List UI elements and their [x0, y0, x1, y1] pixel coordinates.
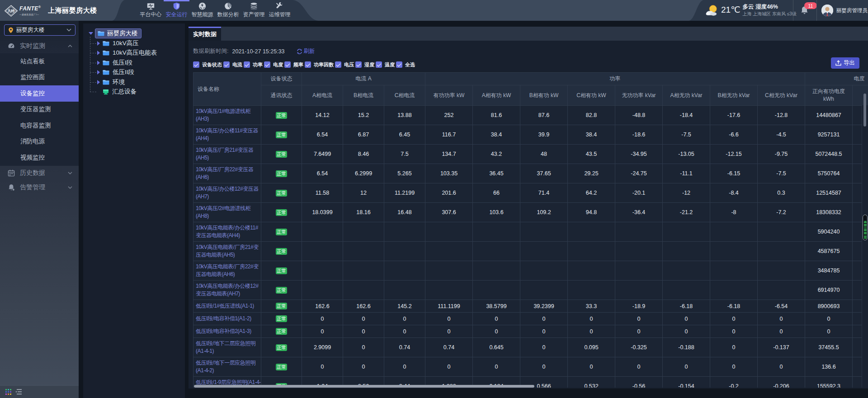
caret-right-icon[interactable] [97, 70, 100, 75]
sidebar-menu: 实时监测站点看板监控画面设备监控变压器监测电容器监测消防电源视频监控历史数据告警… [0, 39, 79, 195]
nav-item-资产管理[interactable]: 资产管理 [241, 0, 267, 21]
value-cell [663, 222, 710, 242]
caret-right-icon[interactable] [97, 61, 100, 65]
tree-node-低压II段[interactable]: 低压II段 [90, 68, 185, 78]
value-cell: 155592.3 [805, 377, 853, 388]
topbar-right: 21℃ 多云 湿度46% 上海 上海城区 东南风 ≤3级 11 [687, 0, 868, 21]
folder-icon [98, 31, 104, 36]
nav-item-智慧能源[interactable]: 智慧能源 [189, 0, 215, 21]
filter-checkbox-设备状态[interactable]: 设备状态 [193, 61, 222, 68]
sidebar-menu-历史数据[interactable]: 历史数据 [0, 166, 79, 180]
vertical-scrollbar-track [862, 105, 868, 388]
sidebar-item-设备监控[interactable]: 设备监控 [0, 85, 79, 102]
filter-label: 全选 [405, 61, 415, 68]
filter-checkbox-频率[interactable]: 频率 [284, 61, 303, 68]
device-name-cell: 低压I段/1#低压进线(A1-1) [193, 300, 261, 313]
device-name-link[interactable]: 10kV高压电能表/厂房22#变压器电能表(AH6) [196, 263, 259, 278]
device-name-link[interactable]: 10kV高压/办公楼11#变压器(AH4) [196, 127, 258, 142]
export-button[interactable]: 导出 [831, 57, 859, 69]
device-name-cell: 10kV高压电能表/办公楼11#变压器电能表(AH4) [193, 222, 261, 242]
tree-node-汇总设备[interactable]: 汇总设备 [90, 87, 185, 97]
value-cell: 18.0399 [302, 203, 343, 222]
value-cell: 0 [615, 325, 663, 338]
tree-root-selected[interactable]: 丽婴房大楼 [95, 28, 142, 38]
value-cell [758, 242, 805, 261]
calendar-icon [8, 169, 15, 177]
filter-checkbox-电度[interactable]: 电度 [264, 61, 283, 68]
filter-checkbox-功率因数[interactable]: 功率因数 [305, 61, 334, 68]
device-name-link[interactable]: 10kV高压电能表/办公楼12#变压器电能表(AH7) [196, 283, 259, 297]
device-name-link[interactable]: 低压I段/地下一层应急照明(A1-4-2) [196, 360, 255, 374]
filter-checkbox-电流[interactable]: 电流 [223, 61, 242, 68]
refresh-button[interactable]: 刷新 [297, 47, 315, 55]
nav-item-平台中心[interactable]: 平台中心 [138, 0, 164, 21]
station-select[interactable]: 丽婴房大楼 [4, 24, 75, 36]
value-cell: 0 [473, 313, 520, 325]
site-title: 上海丽婴房大楼 [48, 6, 97, 15]
filter-checkbox-湿度[interactable]: 湿度 [355, 61, 374, 68]
caret-right-icon[interactable] [97, 80, 100, 84]
value-cell: -7.2 [758, 203, 805, 222]
tree-root-node[interactable]: 丽婴房大楼 [89, 28, 185, 38]
sidebar-item-站点看板[interactable]: 站点看板 [0, 53, 79, 70]
status-cell: 正常 [261, 325, 302, 338]
tree-node-10kV高压[interactable]: 10kV高压 [90, 38, 185, 48]
caret-right-icon[interactable] [97, 51, 100, 55]
collapse-menu-icon[interactable] [16, 389, 23, 395]
sidebar-item-消防电源[interactable]: 消防电源 [0, 134, 79, 150]
value-cell: -12 [663, 183, 710, 203]
notification-bell-button[interactable]: 11 [801, 6, 808, 17]
user-menu[interactable]: 丽婴房管理员 [821, 5, 868, 16]
device-name-link[interactable]: 10kV高压/办公楼12#变压器(AH7) [196, 186, 259, 200]
value-cell: 6.54 [302, 164, 343, 183]
table-row: 10kV高压/1#电源进线柜(AH3)正常14.1215.213.8825281… [193, 106, 868, 125]
sidebar-item-视频监控[interactable]: 视频监控 [0, 150, 79, 166]
tree-children: 10kV高压10kV高压电能表低压I段低压II段环境汇总设备 [90, 38, 185, 97]
filter-checkbox-功率[interactable]: 功率 [244, 61, 263, 68]
value-cell: 5.265 [384, 164, 425, 183]
sidebar-item-电容器监测[interactable]: 电容器监测 [0, 117, 79, 134]
device-name-link[interactable]: 低压I段/地下二层应急照明(A1-4-1) [196, 340, 255, 355]
device-name-link[interactable]: 10kV高压电能表/厂房21#变压器电能表(AH5) [196, 244, 259, 258]
nav-item-安全运行[interactable]: 安全运行 [164, 0, 189, 21]
data-table: 设备名称设备状态电流 A功率电度通讯状态A相电流B相电流C相电流有功功率 kWA… [193, 72, 868, 388]
device-name-link[interactable]: 低压I段/电容补偿1(A1-2) [196, 315, 251, 322]
value-cell [615, 281, 663, 300]
sidebar-menu-告警管理[interactable]: 告警管理 [0, 180, 79, 195]
tab-realtime-data[interactable]: 实时数据 [189, 27, 221, 41]
tree-connector [90, 72, 96, 73]
chevron-up-icon [68, 45, 72, 47]
sidebar-item-监控画面[interactable]: 监控画面 [0, 70, 79, 86]
tree-node-环境[interactable]: 环境 [90, 77, 185, 87]
caret-down-icon[interactable] [89, 32, 93, 35]
device-name-link[interactable]: 低压I段/1#低压进线(A1-1) [196, 303, 254, 309]
apps-grid-icon[interactable] [5, 389, 11, 395]
nav-item-运维管理[interactable]: 运维管理 [267, 0, 292, 21]
sidebar-menu-label: 实时监测 [20, 42, 68, 50]
column-header-C相无功 kVar: C相无功 kVar [758, 85, 805, 106]
value-cell [343, 281, 384, 300]
device-name-link[interactable]: 10kV高压电能表/办公楼11#变压器电能表(AH4) [196, 225, 258, 239]
horizontal-scrollbar[interactable] [194, 385, 534, 388]
column-header-A相电流: A相电流 [302, 85, 343, 106]
device-name-link[interactable]: 10kV高压/厂房22#变压器(AH6) [196, 166, 253, 181]
device-name-link[interactable]: 10kV高压/1#电源进线柜(AH3) [196, 108, 250, 122]
sidebar-menu-实时监测[interactable]: 实时监测 [0, 39, 79, 53]
device-name-link[interactable]: 10kV高压/2#电源进线柜(AH8) [196, 205, 250, 220]
filter-checkbox-温度[interactable]: 温度 [376, 61, 395, 68]
filter-label: 电流 [232, 61, 242, 68]
vertical-scrollbar[interactable] [863, 94, 866, 126]
caret-right-icon[interactable] [97, 41, 100, 46]
value-cell: 0.74 [425, 338, 473, 357]
table-row: 10kV高压/厂房22#变压器(AH6)正常6.546.29995.265103… [193, 164, 868, 183]
nav-item-数据分析[interactable]: 数据分析 [215, 0, 241, 21]
device-name-link[interactable]: 低压I段/电容补偿2(A1-3) [196, 328, 251, 334]
filter-checkbox-电压[interactable]: 电压 [335, 61, 354, 68]
filter-checkbox-全选[interactable]: 全选 [396, 61, 415, 68]
side-gauge-widget[interactable] [863, 215, 868, 240]
sidebar-item-变压器监测[interactable]: 变压器监测 [0, 102, 79, 118]
tree-node-10kV高压电能表[interactable]: 10kV高压电能表 [90, 48, 185, 58]
refresh-icon [297, 49, 302, 54]
tree-node-低压I段[interactable]: 低压I段 [90, 58, 185, 68]
device-name-link[interactable]: 10kV高压/厂房21#变压器(AH5) [196, 147, 253, 161]
